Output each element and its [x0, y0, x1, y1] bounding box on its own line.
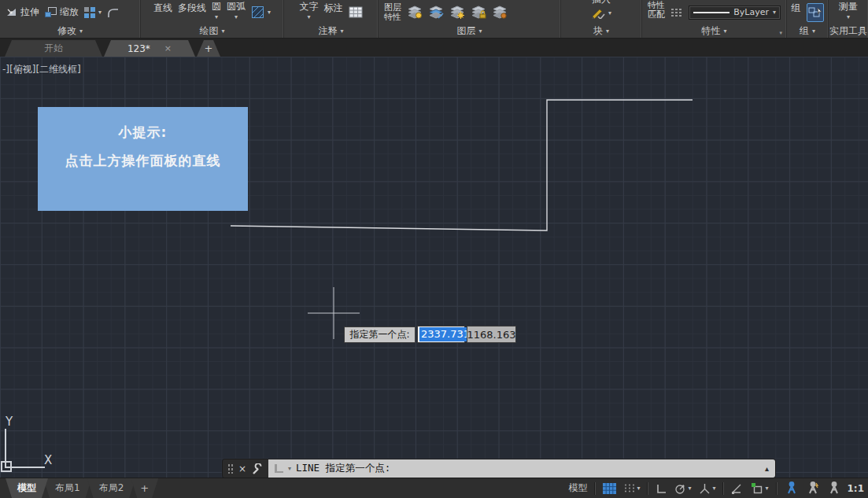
layer-properties-button[interactable]: 图层 特性 [384, 3, 401, 22]
object-snap-dropdown-icon[interactable]: ▾ [765, 485, 768, 492]
grid-toggle[interactable] [600, 480, 619, 497]
annotation-scale-value[interactable]: 1:1 [845, 483, 867, 494]
wrench-icon[interactable] [252, 463, 263, 474]
layer-make-current-button[interactable] [492, 6, 508, 19]
panel-label-layers[interactable]: 图层 ▾ [379, 24, 560, 38]
new-drawing-tab-label: + [205, 42, 213, 54]
panel-label-properties[interactable]: 特性 ▾ ▾ [642, 24, 786, 38]
command-line-handle[interactable]: × [223, 459, 268, 478]
isodraft-dropdown-icon[interactable]: ▾ [712, 485, 715, 492]
layout-tab-model[interactable]: 模型 [6, 478, 48, 498]
layer-isolate-button[interactable] [428, 6, 444, 19]
panel-properties: 特性 匹配 ByLayer ▾ 特性 ▾ ▾ [642, 0, 787, 38]
annotation-scale-toggle[interactable] [824, 480, 844, 497]
tab-close-icon[interactable]: × [164, 43, 172, 53]
panel-block: 插入 ▾ 块 ▾ [561, 0, 642, 38]
text-button[interactable]: 文字 ▾ [300, 0, 319, 20]
panel-label-group[interactable]: 组 ▾ [787, 24, 828, 38]
panel-draw: 直线 多段线 圆 ▾ 圆弧 ▾ ▾ [141, 0, 284, 38]
file-tab-start[interactable]: 开始 [5, 40, 102, 57]
table-icon [349, 6, 363, 18]
annotation-autoscale-toggle[interactable] [803, 480, 822, 497]
file-tab-123[interactable]: 123* × [104, 40, 195, 57]
isodraft-toggle[interactable]: ▾ [696, 480, 718, 497]
layer-lock-button[interactable] [471, 6, 486, 19]
panel-label-annotate-text: 注释 [318, 24, 337, 38]
array-icon [84, 7, 95, 18]
panel-label-block-text: 块 [593, 24, 603, 38]
command-line-grip-icon[interactable] [227, 463, 233, 474]
stretch-icon [6, 7, 17, 17]
panel-label-modify-text: 修改 [57, 24, 76, 38]
dyn-input-x-field[interactable]: 2337.731 [417, 326, 465, 343]
scale-button[interactable]: 缩放 [45, 6, 79, 19]
measure-dropdown-icon[interactable]: ▾ [847, 14, 850, 20]
color-bylayer-dropdown[interactable]: ByLayer ▾ [689, 6, 781, 20]
ucs-y-label: Y [6, 415, 13, 429]
annotation-visibility-toggle[interactable] [781, 480, 801, 497]
command-history-expand-icon[interactable]: ▴ [765, 464, 769, 473]
layout-tab-layout2[interactable]: 布局2 [87, 478, 136, 498]
polar-tracking-toggle[interactable]: ▾ [671, 480, 694, 497]
drawing-canvas[interactable]: -][俯视][二维线框] 小提示: 点击上方操作面板的直线 指定第一个点: 23… [0, 57, 868, 478]
command-prompt-text: LINE 指定第一个点: [296, 462, 390, 475]
group-button[interactable] [807, 3, 824, 22]
fillet-button[interactable] [107, 7, 120, 18]
object-snap-toggle[interactable]: ▾ [748, 480, 771, 497]
polyline-button[interactable]: 多段线 [178, 2, 206, 15]
line-button[interactable]: 直线 [153, 2, 172, 15]
drawn-polyline [231, 100, 693, 231]
dimension-button[interactable]: 标注 [324, 2, 343, 15]
snap-dropdown-icon[interactable]: ▾ [637, 485, 640, 492]
stretch-button[interactable]: 拉伸 [6, 6, 39, 19]
bylayer-dropdown-icon[interactable]: ▾ [773, 9, 776, 16]
panel-label-annotate[interactable]: 注释 ▾ [284, 24, 378, 38]
recent-commands-icon[interactable] [275, 464, 283, 473]
table-button[interactable] [349, 6, 363, 18]
panel-block-dropdown-icon: ▾ [606, 28, 609, 35]
panel-layers: 图层 特性 [379, 0, 561, 38]
object-snap-tracking-toggle[interactable] [728, 480, 746, 497]
properties-lines-icon [670, 7, 683, 18]
layout-tabs: 模型 布局1 布局2 + [6, 478, 153, 498]
status-separator [594, 482, 596, 495]
polar-dropdown-icon[interactable]: ▾ [688, 485, 691, 492]
circle-button[interactable]: 圆 ▾ [212, 0, 221, 20]
insert-dropdown-icon[interactable]: ▾ [608, 10, 611, 17]
match-properties-button[interactable]: 特性 匹配 [648, 5, 665, 20]
measure-button[interactable]: 测量 ▾ [839, 0, 858, 20]
new-drawing-tab-button[interactable]: + [197, 40, 220, 57]
model-space-toggle[interactable]: 模型 [565, 480, 590, 497]
command-line: × ▾ LINE 指定第一个点: ▴ [223, 459, 775, 478]
layer-off-button[interactable] [407, 6, 423, 19]
panel-label-modify[interactable]: 修改 ▾ [0, 24, 140, 38]
recent-commands-dropdown-icon[interactable]: ▾ [288, 466, 291, 472]
panel-label-utilities[interactable]: 实用工具 [829, 24, 868, 38]
polyline-label: 多段线 [178, 2, 206, 15]
insert-button[interactable]: 插入 ▾ [591, 2, 611, 19]
dyn-input-y-field[interactable]: 1168.163 [467, 326, 516, 343]
new-layout-button[interactable]: + [131, 478, 158, 498]
arc-dropdown-icon[interactable]: ▾ [235, 14, 238, 20]
fillet-icon [107, 7, 120, 18]
panel-group-dropdown-icon: ▾ [812, 28, 815, 35]
array-button[interactable]: ▾ [84, 7, 102, 18]
layer-properties-label-2: 特性 [384, 13, 401, 22]
hatch-button[interactable]: ▾ [251, 6, 271, 19]
command-close-icon[interactable]: × [238, 463, 246, 474]
hatch-dropdown-icon[interactable]: ▾ [268, 9, 271, 16]
layer-freeze-button[interactable] [449, 6, 465, 19]
properties-dialog-launcher-icon[interactable]: ▾ [779, 30, 782, 36]
array-dropdown-icon[interactable]: ▾ [98, 9, 102, 16]
panel-label-block[interactable]: 块 ▾ [561, 24, 641, 38]
panel-label-draw[interactable]: 绘图 ▾ [141, 24, 283, 38]
arc-button[interactable]: 圆弧 ▾ [227, 0, 246, 20]
text-dropdown-icon[interactable]: ▾ [307, 14, 310, 20]
panel-label-properties-text: 特性 [701, 24, 720, 38]
circle-dropdown-icon[interactable]: ▾ [215, 14, 218, 20]
text-label: 文字 [300, 0, 319, 13]
ortho-toggle[interactable] [652, 480, 670, 497]
layout-tab-layout1[interactable]: 布局1 [43, 478, 92, 498]
snap-toggle[interactable]: ▾ [621, 480, 643, 497]
command-input[interactable]: ▾ LINE 指定第一个点: ▴ [268, 459, 775, 478]
